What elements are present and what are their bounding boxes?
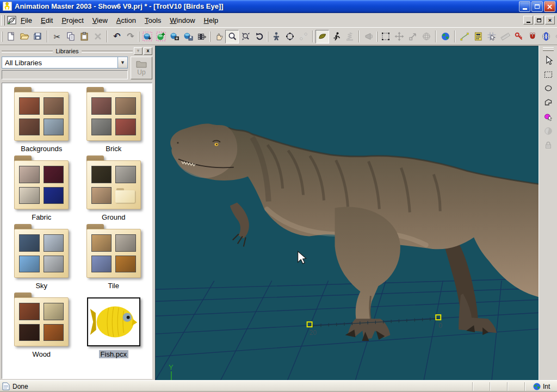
menubar-grip[interactable] — [1, 15, 5, 26]
texture-thumbnail — [19, 97, 40, 115]
texture-thumbnail — [91, 256, 112, 273]
texture-thumbnail — [19, 324, 40, 341]
lasso-icon — [543, 84, 553, 94]
muscle-mode-button[interactable] — [315, 30, 329, 43]
key-tool-button[interactable] — [512, 30, 525, 43]
library-item-fabric[interactable]: Fabric — [5, 160, 78, 221]
character-mode-button[interactable] — [269, 30, 283, 43]
render-movie-button[interactable] — [168, 30, 181, 43]
panel-close-button[interactable]: x — [144, 47, 152, 55]
poly-lasso-icon — [543, 98, 553, 108]
texture-thumbnail — [44, 256, 64, 273]
mdi-minimize-button[interactable] — [523, 16, 533, 24]
rotate-icon — [255, 32, 264, 41]
minimize-button[interactable] — [519, 1, 530, 12]
menu-item-file[interactable]: File — [16, 15, 36, 26]
toolbar-grip[interactable] — [543, 47, 554, 51]
texture-thumbnail — [44, 324, 64, 341]
library-item-label: Sky — [34, 282, 49, 290]
toolbar-grip[interactable] — [209, 32, 211, 42]
zoom-tool-button[interactable] — [225, 30, 239, 43]
library-item-sky[interactable]: Sky — [5, 229, 78, 290]
mirror-mode-button — [541, 124, 555, 138]
restore-button[interactable] — [531, 1, 543, 12]
copy-button[interactable] — [64, 30, 77, 43]
spline-tool-button[interactable] — [457, 30, 471, 43]
texture-thumbnail — [91, 97, 112, 115]
menu-item-window[interactable]: Window — [165, 15, 199, 26]
library-item-tile[interactable]: Tile — [78, 229, 150, 290]
save-render-button[interactable] — [181, 30, 195, 43]
toolbar-grip[interactable] — [2, 32, 3, 42]
world-view-button[interactable] — [438, 30, 452, 43]
toolbar-grip[interactable] — [376, 32, 377, 42]
pan-tool-button[interactable] — [212, 30, 225, 43]
security-zone: Int — [533, 383, 557, 390]
panel-rollup-button[interactable]: ▾ — [134, 47, 143, 55]
save-all-button[interactable] — [31, 30, 45, 43]
force-tool-button[interactable] — [539, 30, 553, 43]
new-file-button[interactable] — [4, 30, 17, 43]
texture-thumbnail — [115, 97, 136, 115]
mdi-close-button[interactable]: × — [545, 16, 555, 24]
bounds-manipulator-button[interactable] — [379, 30, 392, 43]
director-mode-button — [362, 30, 375, 43]
add-model-button[interactable] — [154, 30, 168, 43]
library-item-label: Tile — [107, 282, 121, 290]
mdi-restore-button[interactable] — [534, 16, 544, 24]
delete-button — [91, 30, 104, 43]
paste-button[interactable] — [77, 30, 91, 43]
keyframe-panel-button[interactable] — [471, 30, 485, 43]
library-item-ground[interactable]: Ground — [78, 160, 150, 221]
select-arrow-button[interactable] — [541, 53, 555, 67]
menu-item-view[interactable]: View — [88, 15, 112, 26]
library-item-fish-pcx[interactable]: Fish.pcx — [78, 297, 150, 358]
marquee-icon — [543, 70, 553, 79]
toolbar-grip[interactable] — [138, 32, 139, 42]
wire-globe-icon — [422, 32, 431, 41]
texture-thumbnail — [44, 234, 64, 252]
menu-item-tools[interactable]: Tools — [140, 15, 165, 26]
magnet-mode-button[interactable] — [525, 30, 539, 43]
filmstrip-button[interactable] — [195, 30, 208, 43]
viewport-birds-eye[interactable]: 20 0 Y — [155, 46, 539, 380]
poly-select-button[interactable] — [541, 96, 555, 109]
toolbar-grip[interactable] — [267, 32, 268, 42]
undo-button[interactable]: ↶ — [110, 30, 123, 43]
close-icon: × — [547, 3, 553, 10]
arrow-cursor-icon — [543, 55, 553, 65]
dropdown-arrow-icon[interactable]: ▼ — [117, 57, 127, 68]
menu-item-help[interactable]: Help — [200, 15, 223, 26]
folder-icon — [86, 92, 141, 141]
open-file-button[interactable] — [17, 30, 31, 43]
library-item-backgrounds[interactable]: Backgrounds — [5, 92, 78, 153]
zoom-fit-button[interactable] — [239, 30, 252, 43]
menu-item-project[interactable]: Project — [57, 15, 88, 26]
library-filter-dropdown[interactable]: All Libraries ▼ — [2, 57, 128, 69]
library-item-brick[interactable]: Brick — [78, 92, 150, 153]
texture-thumbnail — [19, 256, 40, 273]
header-rule — [82, 51, 133, 53]
svg-text:Y: Y — [169, 363, 174, 371]
group-select-button[interactable] — [541, 110, 555, 123]
up-button[interactable]: Up — [131, 57, 152, 79]
move-icon — [394, 32, 404, 41]
snap-grid-icon — [487, 32, 497, 41]
library-item-wood[interactable]: Wood — [5, 297, 78, 358]
bone-icon — [299, 32, 308, 41]
rect-select-button[interactable] — [541, 67, 555, 81]
menu-item-action[interactable]: Action — [112, 15, 140, 26]
lasso-select-button[interactable] — [541, 82, 555, 95]
snap-grid-button[interactable] — [485, 30, 498, 43]
sphere-film-icon — [170, 32, 180, 41]
texture-thumbnail — [115, 234, 136, 252]
cut-button[interactable]: ✂ — [50, 30, 64, 43]
menu-item-edit[interactable]: Edit — [36, 15, 57, 26]
turn-tool-button[interactable] — [252, 30, 266, 43]
close-button[interactable]: × — [544, 1, 555, 12]
model-mode-button[interactable] — [283, 30, 296, 43]
key-icon — [514, 32, 524, 41]
skeletal-mode-button[interactable] — [329, 30, 343, 43]
folder-icon — [14, 160, 69, 209]
insert-model-button[interactable] — [140, 30, 154, 43]
